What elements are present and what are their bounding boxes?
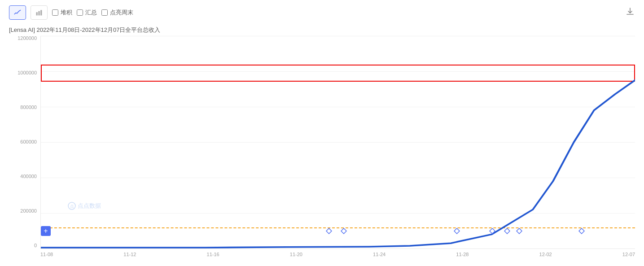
diamond-icon-1 <box>341 228 347 234</box>
x-labels: 11-08 11-12 11-16 11-20 11-24 11-28 12-0… <box>40 252 635 262</box>
diamond-icon-2 <box>454 228 460 234</box>
highlight-weekend-label: 点亮周末 <box>110 9 133 17</box>
x-label-1120: 11-20 <box>290 252 302 257</box>
highlight-weekend-checkbox-label[interactable]: 点亮周末 <box>101 9 133 17</box>
y-label-600000: 600000 <box>20 140 37 144</box>
svg-rect-2 <box>40 10 42 15</box>
y-label-1000000: 1000000 <box>18 70 37 75</box>
y-label-1200000: 1200000 <box>18 36 37 41</box>
y-label-200000: 200000 <box>20 209 37 214</box>
download-button[interactable] <box>625 7 635 19</box>
diamond-icon-6 <box>578 228 585 234</box>
line-chart-icon <box>14 9 21 17</box>
x-label-1112: 11-12 <box>123 252 136 257</box>
svg-rect-0 <box>36 12 38 15</box>
summary-checkbox[interactable] <box>77 9 83 16</box>
svg-marker-9 <box>504 228 510 234</box>
y-label-400000: 400000 <box>20 174 37 179</box>
x-label-1108: 11-08 <box>40 252 53 257</box>
main-container: 堆积 汇总 点亮周末 [Lensa AI] 2022年11月08日-2022年1… <box>0 0 644 266</box>
stack-label: 堆积 <box>61 9 72 17</box>
svg-rect-1 <box>38 11 39 16</box>
svg-marker-11 <box>579 228 584 234</box>
diamond-icon-5 <box>516 228 522 234</box>
summary-label: 汇总 <box>85 9 97 17</box>
svg-marker-5 <box>326 228 332 234</box>
line-chart-button[interactable] <box>9 5 26 20</box>
svg-marker-7 <box>454 228 460 234</box>
y-label-800000: 800000 <box>20 105 37 110</box>
x-label-1128: 11-28 <box>456 252 469 257</box>
highlight-weekend-checkbox[interactable] <box>101 9 108 16</box>
chart-inner: 点 点点数据 + 11-0 <box>40 36 635 262</box>
plot-area: 点 点点数据 + <box>40 36 635 249</box>
line-chart-svg <box>41 36 635 249</box>
x-label-1202: 12-02 <box>539 252 552 257</box>
stack-checkbox-label[interactable]: 堆积 <box>52 9 72 17</box>
svg-marker-8 <box>490 228 495 234</box>
diamond-icon-4 <box>504 228 510 234</box>
x-label-1116: 11-16 <box>207 252 219 257</box>
y-axis: 1200000 1000000 800000 600000 400000 200… <box>9 36 40 262</box>
add-annotation-button[interactable]: + <box>41 226 51 236</box>
chart-title: [Lensa AI] 2022年11月08日-2022年12月07日全平台总收入 <box>9 26 635 34</box>
bar-chart-icon <box>35 9 43 17</box>
x-axis: 11-08 11-12 11-16 11-20 11-24 11-28 12-0… <box>40 249 635 262</box>
summary-checkbox-label[interactable]: 汇总 <box>77 9 97 17</box>
x-label-1207: 12-07 <box>622 252 635 257</box>
download-icon <box>625 7 635 17</box>
bar-chart-button[interactable] <box>31 5 48 20</box>
svg-marker-10 <box>517 228 522 234</box>
chart-area: 1200000 1000000 800000 600000 400000 200… <box>9 36 635 262</box>
svg-marker-6 <box>341 228 346 234</box>
diamond-row <box>41 226 635 234</box>
y-label-0: 0 <box>34 243 37 248</box>
toolbar: 堆积 汇总 点亮周末 <box>9 5 635 20</box>
toolbar-left: 堆积 汇总 点亮周末 <box>9 5 133 20</box>
diamond-icon-3 <box>489 228 495 234</box>
diamond-icon-0 <box>326 228 332 234</box>
x-label-1124: 11-24 <box>373 252 386 257</box>
stack-checkbox[interactable] <box>52 9 58 16</box>
